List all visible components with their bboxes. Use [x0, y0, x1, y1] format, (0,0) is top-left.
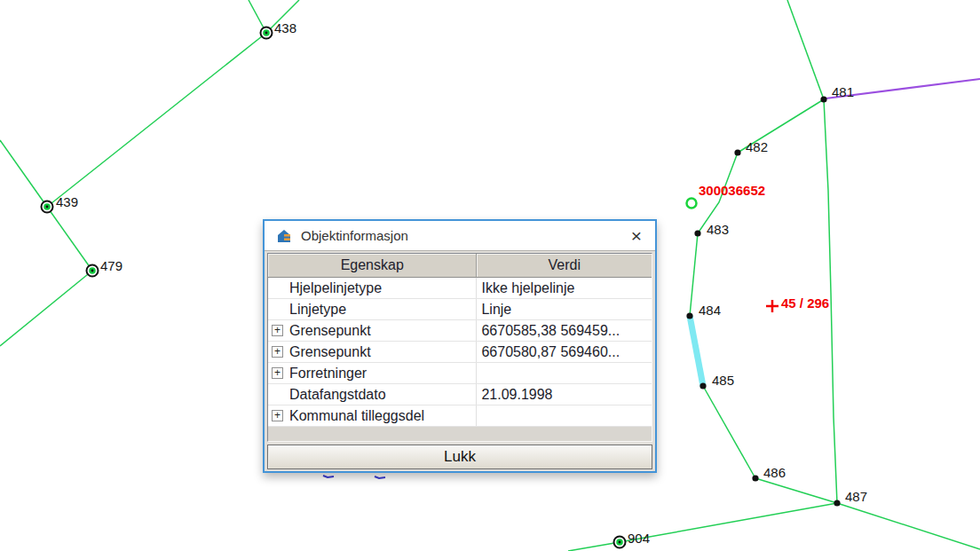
hidden-blue-text-fragment — [323, 476, 334, 477]
boundary-point-482[interactable] — [734, 149, 740, 155]
cell-verdi — [477, 405, 652, 426]
grid-header-row: Egenskap Verdi — [268, 254, 652, 278]
hidden-blue-text-fragment — [375, 476, 385, 478]
boundary-line-green[interactable] — [755, 478, 837, 503]
boundary-line-green[interactable] — [266, 0, 299, 33]
boundary-line-green[interactable] — [47, 207, 92, 271]
boundary-point-483[interactable] — [694, 230, 700, 236]
boundary-line-green[interactable] — [690, 233, 698, 316]
property-row-3[interactable]: +Grensepunkt6670580,87 569460... — [268, 342, 652, 363]
object-ring-icon[interactable] — [687, 199, 697, 209]
cell-verdi: 6670585,38 569459... — [477, 320, 652, 341]
property-row-5[interactable]: +Datafangstdato21.09.1998 — [268, 384, 652, 405]
boundary-line-green[interactable] — [0, 271, 92, 346]
boundary-point-484[interactable] — [686, 312, 692, 319]
close-icon[interactable]: × — [625, 224, 648, 248]
boundary-point-487[interactable] — [834, 500, 840, 506]
grid-rows: +HjelpelinjetypeIkke hjelpelinje+Linjety… — [268, 278, 652, 427]
property-row-0[interactable]: +HjelpelinjetypeIkke hjelpelinje — [268, 278, 652, 299]
boundary-point-439[interactable] — [42, 201, 53, 213]
dialog-titlebar[interactable]: Objektinformasjon × — [265, 221, 655, 250]
grid-header-egenskap: Egenskap — [268, 254, 477, 278]
boundary-line-green[interactable] — [698, 153, 738, 233]
boundary-point-904[interactable] — [614, 537, 626, 548]
cell-egenskap: +Kommunal tilleggsdel — [268, 405, 477, 426]
cell-egenskap: +Datafangstdato — [268, 384, 477, 405]
egenskap-text: Kommunal tilleggsdel — [289, 408, 424, 424]
egenskap-text: Linjetype — [289, 302, 346, 318]
boundary-line-green[interactable] — [0, 140, 47, 207]
cell-verdi: 6670580,87 569460... — [477, 342, 652, 362]
property-grid: Egenskap Verdi +HjelpelinjetypeIkke hjel… — [267, 253, 652, 442]
property-row-2[interactable]: +Grensepunkt6670585,38 569459... — [268, 320, 652, 342]
boundary-point-486[interactable] — [752, 475, 758, 481]
cell-egenskap: +Linjetype — [268, 299, 477, 319]
selected-segment-highlight[interactable] — [690, 316, 703, 386]
egenskap-text: Datafangstdato — [289, 387, 386, 403]
egenskap-text: Forretninger — [289, 366, 367, 382]
cell-verdi: Linje — [477, 299, 652, 319]
boundary-point-438[interactable] — [261, 28, 273, 39]
house-icon — [276, 229, 292, 243]
boundary-line-green[interactable] — [47, 33, 266, 207]
boundary-line-green[interactable] — [837, 503, 980, 549]
boundary-line-green[interactable] — [703, 386, 755, 478]
property-row-1[interactable]: +LinjetypeLinje — [268, 299, 652, 320]
expand-plus-icon[interactable]: + — [272, 367, 283, 379]
boundary-point-479[interactable] — [87, 265, 99, 277]
grid-header-verdi: Verdi — [477, 254, 652, 278]
egenskap-text: Grensepunkt — [289, 344, 371, 360]
boundary-line-purple[interactable] — [826, 79, 980, 98]
dialog-title: Objektinformasjon — [301, 228, 625, 243]
dialog-body: Egenskap Verdi +HjelpelinjetypeIkke hjel… — [265, 250, 655, 471]
boundary-line-green[interactable] — [824, 99, 837, 503]
property-row-4[interactable]: +Forretninger — [268, 363, 652, 384]
cell-verdi: 21.09.1998 — [477, 384, 652, 405]
cell-egenskap: +Grensepunkt — [268, 320, 477, 341]
boundary-line-green[interactable] — [787, 0, 824, 99]
cell-egenskap: +Forretninger — [268, 363, 477, 383]
boundary-point-485[interactable] — [699, 382, 706, 389]
cell-egenskap: +Hjelpelinjetype — [268, 278, 477, 298]
objektinformasjon-dialog: Objektinformasjon × Egenskap Verdi +Hjel… — [263, 219, 657, 473]
egenskap-text: Hjelpelinjetype — [289, 280, 382, 296]
expand-plus-icon[interactable]: + — [272, 410, 283, 421]
cell-verdi — [477, 363, 652, 383]
lukk-button[interactable]: Lukk — [267, 445, 652, 469]
property-row-6[interactable]: +Kommunal tilleggsdel — [268, 405, 652, 427]
boundary-point-481[interactable] — [820, 96, 826, 102]
expand-plus-icon[interactable]: + — [272, 325, 283, 336]
cell-egenskap: +Grensepunkt — [268, 342, 477, 362]
boundary-line-green[interactable] — [568, 503, 837, 551]
cell-verdi: Ikke hjelpelinje — [477, 278, 652, 298]
dialog-button-row: Lukk — [267, 442, 652, 469]
egenskap-text: Grensepunkt — [289, 323, 371, 339]
boundary-line-green[interactable] — [738, 99, 824, 153]
expand-plus-icon[interactable]: + — [272, 346, 283, 358]
gis-application-window: 4384394794814824834844854864879043000366… — [0, 0, 980, 551]
